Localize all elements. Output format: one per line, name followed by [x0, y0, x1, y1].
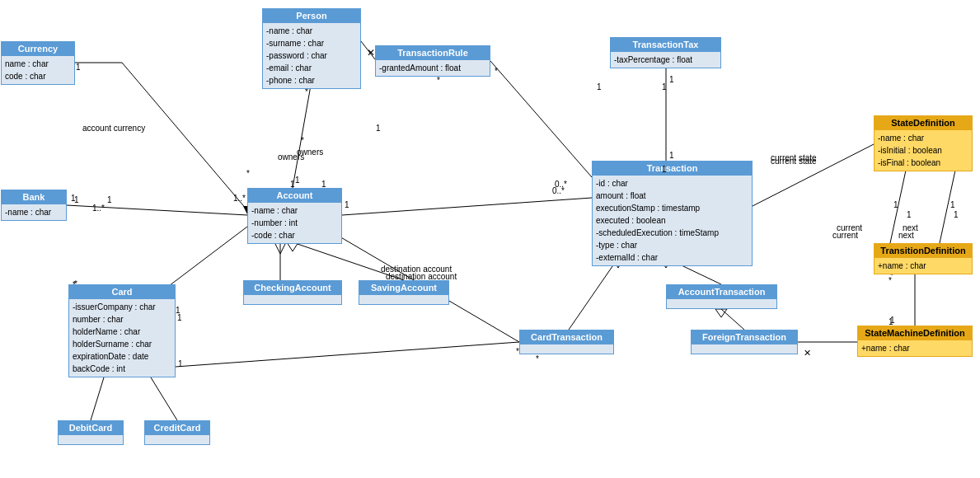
- field: -isFinal : boolean: [878, 157, 968, 169]
- box-header-accountTransaction: AccountTransaction: [667, 285, 776, 299]
- box-currency: Currencyname : charcode : char: [1, 41, 75, 85]
- box-stateDefinition: StateDefinition-name : char-isInitial : …: [874, 115, 973, 171]
- box-creditCard: CreditCard: [144, 420, 210, 445]
- diagram-label: 1: [74, 195, 79, 204]
- field: expirationDate : date: [73, 350, 171, 363]
- box-header-transaction: Transaction: [593, 162, 752, 176]
- box-body-transactionRule: -grantedAmount : float: [376, 60, 490, 76]
- field: -name : char: [266, 25, 357, 37]
- field: holderSurname : char: [73, 338, 171, 350]
- field: -phone : char: [266, 74, 357, 87]
- field: -isInitial : boolean: [878, 144, 968, 157]
- box-debitCard: DebitCard: [58, 420, 124, 445]
- field: -grantedAmount : float: [379, 62, 486, 74]
- svg-text:*: *: [495, 67, 498, 76]
- svg-text:1: 1: [178, 359, 183, 368]
- box-person: Person-name : char-surname : char-passwo…: [262, 8, 361, 89]
- box-savingAccount: SavingAccount: [359, 280, 449, 305]
- field: executed : boolean: [596, 214, 748, 227]
- field: amount : float: [596, 190, 748, 202]
- svg-text:1: 1: [76, 63, 81, 72]
- box-header-person: Person: [263, 9, 360, 23]
- box-header-account: Account: [248, 189, 341, 203]
- diagram-label: current state: [771, 157, 817, 166]
- svg-text:1: 1: [950, 200, 955, 209]
- diagram-label: 1: [597, 82, 602, 91]
- diagram-label: 1: [954, 210, 959, 219]
- box-body-account: -name : char-number : int-code : char: [248, 203, 341, 243]
- box-card: Card-issuerCompany : charnumber : charho…: [68, 284, 176, 377]
- svg-line-29: [569, 258, 618, 330]
- box-accountTransaction: AccountTransaction: [666, 284, 777, 309]
- box-header-stateDefinition: StateDefinition: [874, 116, 972, 130]
- box-header-card: Card: [69, 285, 175, 299]
- field: -code : char: [251, 229, 338, 241]
- field: -number : int: [251, 217, 338, 229]
- uml-diagram: 1 1 1..* owners * 1 ✕ * 1 * 1 1 0..* 1: [0, 0, 980, 478]
- box-body-transactionTax: -taxPercentage : float: [611, 52, 720, 68]
- svg-line-36: [176, 342, 519, 367]
- field: -name : char: [878, 132, 968, 144]
- diagram-label: *: [889, 276, 892, 285]
- field: number : char: [73, 313, 171, 326]
- field: -externalId : char: [596, 251, 748, 264]
- svg-line-50: [940, 166, 956, 243]
- svg-line-45: [753, 144, 874, 206]
- box-stateMachineDefinition: StateMachineDefinition+name : char: [857, 326, 973, 357]
- box-body-stateDefinition: -name : char-isInitial : boolean-isFinal…: [874, 130, 972, 171]
- box-body-bank: -name : char: [2, 204, 66, 220]
- box-transactionTax: TransactionTax-taxPercentage : float: [610, 37, 721, 68]
- box-header-checkingAccount: CheckingAccount: [244, 281, 341, 295]
- svg-text:1: 1: [295, 176, 300, 185]
- diagram-label: 1: [662, 82, 667, 91]
- box-header-stateMachineDefinition: StateMachineDefinition: [858, 326, 972, 340]
- diagram-label: *: [246, 169, 250, 178]
- field: code : char: [5, 70, 71, 82]
- box-body-currency: name : charcode : char: [2, 56, 74, 84]
- diagram-label: 1: [907, 210, 912, 219]
- field: -type : char: [596, 239, 748, 251]
- box-account: Account-name : char-number : int-code : …: [247, 188, 342, 244]
- field: -surname : char: [266, 37, 357, 49]
- diagram-label: 0..*: [555, 180, 567, 189]
- box-body-transitionDefinition: +name : char: [874, 258, 972, 274]
- svg-line-7: [293, 81, 312, 188]
- box-body-card: -issuerCompany : charnumber : charholder…: [69, 299, 175, 377]
- box-body-transaction: -id : charamount : floatexecutionStamp :…: [593, 176, 752, 265]
- diagram-label: *: [73, 280, 76, 289]
- diagram-label: 1: [177, 313, 182, 322]
- field: -password : char: [266, 49, 357, 62]
- svg-text:✕: ✕: [804, 348, 811, 358]
- box-header-currency: Currency: [2, 42, 74, 56]
- box-header-foreignTransaction: ForeignTransaction: [692, 330, 797, 344]
- diagram-label: owners: [278, 152, 304, 162]
- field: -name : char: [5, 206, 63, 218]
- box-bank: Bank-name : char: [1, 190, 67, 221]
- field: -issuerCompany : char: [73, 301, 171, 313]
- box-checkingAccount: CheckingAccount: [243, 280, 342, 305]
- diagram-label: *: [536, 354, 539, 363]
- box-transaction: Transaction-id : charamount : floatexecu…: [592, 161, 753, 266]
- box-header-transitionDefinition: TransitionDefinition: [874, 244, 972, 258]
- diagram-label: next: [898, 231, 914, 240]
- svg-text:1: 1: [669, 151, 674, 160]
- field: +name : char: [861, 342, 968, 354]
- diagram-label: 1: [107, 195, 112, 204]
- box-foreignTransaction: ForeignTransaction: [691, 330, 798, 354]
- box-header-debitCard: DebitCard: [59, 421, 123, 435]
- diagram-label: 1: [662, 165, 667, 174]
- svg-line-1: [122, 63, 247, 210]
- diagram-label: 1: [889, 317, 893, 326]
- box-header-bank: Bank: [2, 190, 66, 204]
- svg-line-11: [361, 41, 375, 59]
- box-header-creditCard: CreditCard: [145, 421, 209, 435]
- svg-text:✕: ✕: [367, 47, 375, 59]
- field: -id : char: [596, 177, 748, 190]
- diagram-label: destination account: [386, 272, 457, 281]
- svg-text:1..*: 1..*: [233, 194, 246, 203]
- field: holderName : char: [73, 326, 171, 338]
- box-cardTransaction: CardTransaction: [519, 330, 614, 354]
- diagram-label: 1: [290, 180, 295, 189]
- svg-line-15: [490, 61, 592, 177]
- field: -email : char: [266, 62, 357, 74]
